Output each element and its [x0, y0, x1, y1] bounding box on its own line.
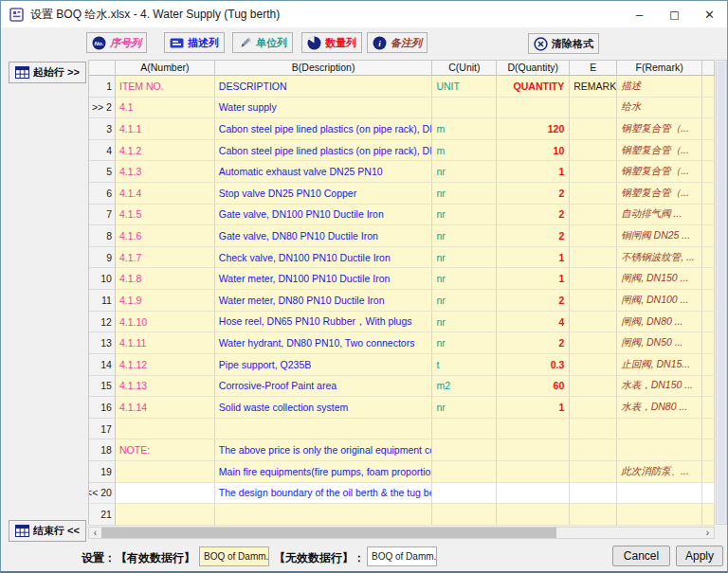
row-number-cell[interactable]: 15	[89, 376, 116, 398]
quantity-cell[interactable]: 2	[497, 183, 570, 205]
description-cell[interactable]: Solid waste collection system	[215, 397, 433, 419]
quantity-cell[interactable]: 2	[497, 290, 570, 312]
column-header-a[interactable]: A(Number)	[116, 61, 215, 76]
quantity-cell[interactable]	[497, 483, 570, 505]
remark-f-cell[interactable]: 自动排气阀 ...	[617, 205, 702, 226]
remark-e-cell[interactable]	[570, 140, 617, 162]
description-cell[interactable]: Stop valve DN25 PN10 Copper	[215, 183, 433, 205]
row-number-cell[interactable]: 18	[89, 439, 116, 461]
clear-format-button[interactable]: 清除格式	[528, 33, 599, 54]
description-cell[interactable]	[215, 419, 433, 440]
remark-e-cell[interactable]	[570, 161, 617, 183]
remark-f-cell[interactable]: 止回阀, DN15...	[617, 354, 702, 376]
remark-e-cell[interactable]	[570, 397, 617, 419]
quantity-cell[interactable]: 0.3	[497, 354, 570, 376]
unit-cell[interactable]: m2	[432, 376, 497, 398]
number-cell[interactable]: 4.1.12	[116, 354, 215, 376]
row-number-cell[interactable]: 9	[89, 247, 116, 269]
remark-f-cell[interactable]	[617, 483, 702, 505]
remark-e-cell[interactable]	[570, 118, 617, 140]
corner-header-cell[interactable]	[89, 61, 116, 76]
column-header-b[interactable]: B(Description)	[215, 61, 433, 76]
description-cell[interactable]: Water meter, DN100 PN10 Ductile Iron	[215, 268, 433, 290]
horizontal-scrollbar-thumb[interactable]	[101, 528, 556, 538]
unit-cell[interactable]: nr	[432, 247, 497, 269]
cancel-button[interactable]: Cancel	[612, 546, 670, 566]
remark-e-cell[interactable]	[570, 332, 617, 354]
remark-f-cell[interactable]: 不锈钢波纹管, ...	[617, 247, 702, 269]
description-cell[interactable]	[215, 504, 433, 526]
description-cell[interactable]: Gate valve, DN80 PN10 Ductile Iron	[215, 225, 433, 247]
quantity-cell[interactable]	[497, 419, 570, 440]
remark-e-cell[interactable]: REMARK	[570, 76, 617, 98]
remark-column-button[interactable]: i 备注列	[367, 32, 428, 53]
unit-cell[interactable]: nr	[432, 161, 497, 183]
row-number-cell[interactable]: 1	[89, 76, 116, 98]
apply-button[interactable]: Apply	[676, 546, 723, 566]
number-cell[interactable]	[116, 419, 215, 440]
remark-f-cell[interactable]: 描述	[617, 76, 702, 98]
remark-e-cell[interactable]	[570, 376, 617, 398]
row-number-cell[interactable]: 21	[89, 504, 116, 526]
number-cell[interactable]: 4.1.1	[116, 118, 215, 140]
description-cell[interactable]: Water supply	[215, 98, 433, 119]
remark-e-cell[interactable]	[570, 483, 617, 505]
remark-f-cell[interactable]: 钢塑复合管（...	[617, 140, 702, 162]
unit-column-button[interactable]: 单位列	[232, 32, 293, 53]
number-cell[interactable]: 4.1.4	[116, 183, 215, 205]
row-number-cell[interactable]: 7	[89, 205, 116, 226]
unit-cell[interactable]: m	[432, 140, 497, 162]
row-number-cell[interactable]: 13	[89, 332, 116, 354]
row-number-cell[interactable]: 10	[89, 268, 116, 290]
quantity-cell[interactable]: 1	[497, 268, 570, 290]
remark-f-cell[interactable]: 水表，DN80 ...	[617, 397, 702, 419]
remark-e-cell[interactable]	[570, 98, 617, 119]
unit-cell[interactable]: nr	[432, 225, 497, 247]
number-cell[interactable]: 4.1	[116, 98, 215, 119]
description-cell[interactable]: Corrosive-Proof Paint area	[215, 376, 433, 398]
remark-f-cell[interactable]: 闸阀, DN100 ...	[617, 290, 702, 312]
quantity-cell[interactable]: 2	[497, 332, 570, 354]
quantity-cell[interactable]: 2	[497, 225, 570, 247]
description-cell[interactable]: Water meter, DN80 PN10 Ductile Iron	[215, 290, 433, 312]
column-header-c[interactable]: C(Unit)	[432, 61, 497, 76]
row-number-cell[interactable]: 12	[89, 312, 116, 333]
remark-f-cell[interactable]	[617, 504, 702, 526]
number-cell[interactable]	[116, 504, 215, 526]
remark-e-cell[interactable]	[570, 225, 617, 247]
quantity-cell[interactable]: 2	[497, 205, 570, 226]
number-cell[interactable]: 4.1.10	[116, 312, 215, 333]
remark-f-cell[interactable]: 闸阀, DN150 ...	[617, 268, 702, 290]
remark-f-cell[interactable]	[617, 419, 702, 440]
description-cell[interactable]: Hose reel, DN65 PN10 Rubber，With plugs	[215, 312, 433, 333]
number-cell[interactable]: NOTE:	[116, 439, 215, 461]
remark-f-cell[interactable]: 铜闸阀 DN25 ...	[617, 225, 702, 247]
number-cell[interactable]: 4.1.8	[116, 268, 215, 290]
description-cell[interactable]: Main fire equipments(fire pumps, foam pr…	[215, 461, 433, 483]
remark-f-cell[interactable]: 钢塑复合管（...	[617, 118, 702, 140]
row-number-cell[interactable]: 16	[89, 397, 116, 419]
number-cell[interactable]	[116, 461, 215, 483]
number-cell[interactable]: 4.1.6	[116, 225, 215, 247]
scroll-left-arrow-icon[interactable]: ‹	[89, 528, 101, 538]
valid-rows-value-box[interactable]: BOQ of Damm...	[199, 546, 269, 566]
row-number-cell[interactable]: 6	[89, 183, 116, 205]
quantity-cell[interactable]: 120	[497, 118, 570, 140]
row-number-cell[interactable]: 11	[89, 290, 116, 312]
number-cell[interactable]: 4.1.14	[116, 397, 215, 419]
row-number-cell[interactable]: >> 2	[89, 98, 116, 119]
description-cell[interactable]: Gate valve, DN100 PN10 Ductile Iron	[215, 205, 433, 226]
end-row-button[interactable]: 结束行 <<	[9, 520, 86, 542]
quantity-cell[interactable]: 1	[497, 247, 570, 269]
number-cell[interactable]: 4.1.13	[116, 376, 215, 398]
row-number-cell[interactable]: 3	[89, 118, 116, 140]
row-number-cell[interactable]: 14	[89, 354, 116, 376]
column-header-f[interactable]: F(Remark)	[617, 61, 702, 76]
quantity-cell[interactable]	[497, 461, 570, 483]
unit-cell[interactable]: nr	[432, 268, 497, 290]
description-cell[interactable]: The above price is only the original equ…	[215, 439, 433, 461]
unit-cell[interactable]: nr	[432, 290, 497, 312]
quantity-cell[interactable]	[497, 98, 570, 119]
quantity-cell[interactable]: 4	[497, 312, 570, 333]
unit-cell[interactable]: nr	[432, 205, 497, 226]
